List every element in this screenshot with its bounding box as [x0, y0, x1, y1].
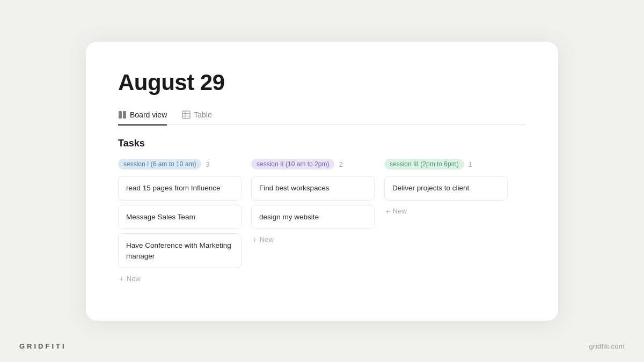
- session3-badge: session III (2pm to 6pm): [384, 159, 464, 169]
- footer-url: gridfiti.com: [589, 342, 625, 350]
- svg-rect-0: [119, 111, 122, 119]
- session1-badge: session I (6 am to 10 am): [118, 159, 201, 169]
- session2-count: 2: [339, 160, 342, 168]
- column-session2-header: session II (10 am to 2pm) 2: [251, 159, 375, 169]
- add-new-session2-label: New: [260, 235, 274, 243]
- column-session1-header: session I (6 am to 10 am) 3: [118, 159, 241, 169]
- svg-rect-2: [182, 111, 190, 119]
- section-title: Tasks: [118, 138, 526, 149]
- plus-icon: +: [252, 235, 257, 243]
- task-card[interactable]: Have Conference with Marketing manager: [118, 233, 241, 268]
- add-new-session3[interactable]: + New: [384, 205, 508, 217]
- task-card[interactable]: Find best workspaces: [251, 176, 375, 201]
- tab-table[interactable]: Table: [182, 110, 211, 125]
- column-session2: session II (10 am to 2pm) 2 Find best wo…: [251, 159, 375, 246]
- column-session1: session I (6 am to 10 am) 3 read 15 page…: [118, 159, 241, 285]
- column-session3: session III (2pm to 6pm) 1 Deliver proje…: [384, 159, 508, 217]
- add-new-session1-label: New: [127, 275, 141, 283]
- main-card: August 29 Board view Table Tasks session…: [86, 42, 558, 321]
- task-card[interactable]: read 15 pages from Influence: [118, 176, 241, 201]
- add-new-session3-label: New: [393, 207, 407, 215]
- plus-icon: +: [119, 275, 124, 283]
- column-session3-header: session III (2pm to 6pm) 1: [384, 159, 508, 169]
- footer-brand: GRIDFITI: [19, 342, 67, 350]
- tab-bar: Board view Table: [118, 110, 526, 125]
- tab-table-label: Table: [194, 110, 211, 119]
- task-card[interactable]: design my website: [251, 205, 375, 230]
- add-new-session2[interactable]: + New: [251, 233, 375, 246]
- session2-badge: session II (10 am to 2pm): [251, 159, 334, 169]
- task-card[interactable]: Deliver projects to client: [384, 176, 508, 201]
- tab-board-view-label: Board view: [130, 110, 167, 119]
- add-new-session1[interactable]: + New: [118, 272, 241, 285]
- board-view: session I (6 am to 10 am) 3 read 15 page…: [118, 159, 526, 285]
- tab-board-view[interactable]: Board view: [118, 110, 167, 125]
- session3-count: 1: [469, 160, 472, 168]
- board-view-icon: [118, 110, 127, 119]
- task-card[interactable]: Message Sales Team: [118, 205, 241, 230]
- svg-rect-1: [123, 111, 126, 119]
- plus-icon: +: [385, 207, 390, 215]
- table-icon: [182, 110, 191, 119]
- session1-count: 3: [206, 160, 209, 168]
- page-title: August 29: [118, 70, 526, 95]
